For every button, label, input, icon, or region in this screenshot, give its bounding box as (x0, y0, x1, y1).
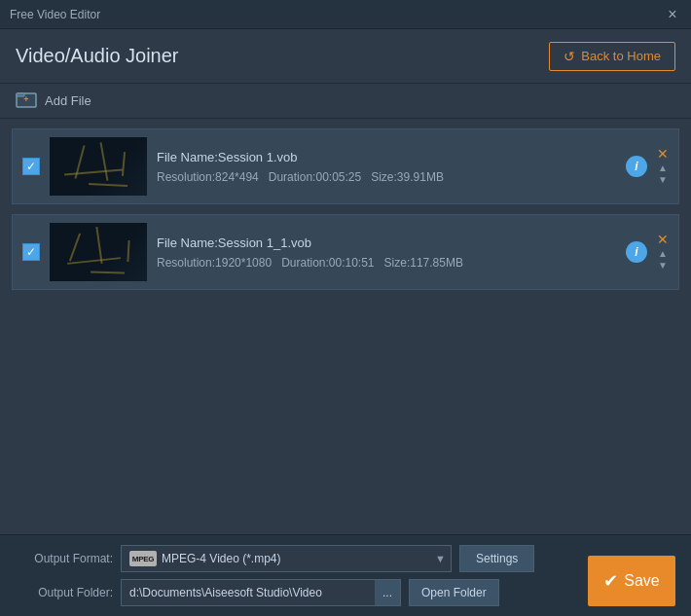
mpeg-badge: MPEG (129, 551, 157, 566)
file-actions-2: ✕ ▲ ▼ (657, 233, 669, 272)
file-thumbnail-2 (50, 223, 147, 281)
output-format-label: Output Format: (16, 552, 113, 565)
file-info-1: File Name:Session 1.vob Resolution:824*4… (157, 150, 616, 184)
format-value: MPEG-4 Video (*.mp4) (162, 552, 281, 565)
folder-browse-button[interactable]: ... (375, 579, 401, 606)
back-icon: ↺ (564, 49, 575, 64)
move-up-button-2[interactable]: ▲ (658, 248, 668, 260)
file-item-2: ✓ File Name:Session 1_1.vob Resolution:1… (12, 214, 679, 290)
move-down-button-1[interactable]: ▼ (658, 174, 668, 186)
file-item-1: ✓ File Name:Session 1.vob Resolution:824… (12, 128, 679, 204)
info-button-2[interactable]: i (626, 241, 647, 263)
save-label: Save (624, 572, 659, 590)
page-title: Video/Audio Joiner (16, 45, 179, 67)
info-button-1[interactable]: i (626, 156, 647, 177)
file-checkbox-1[interactable]: ✓ (22, 158, 40, 175)
file-list: ✓ File Name:Session 1.vob Resolution:824… (0, 119, 691, 534)
file-name-2: File Name:Session 1_1.vob (157, 236, 616, 250)
header: Video/Audio Joiner ↺ Back to Home (0, 29, 691, 84)
output-folder-label: Output Folder: (16, 586, 113, 599)
remove-button-2[interactable]: ✕ (657, 233, 669, 246)
bottom-bar: Output Format: MPEG MPEG-4 Video (*.mp4)… (0, 534, 691, 616)
save-button[interactable]: ✔ Save (588, 556, 675, 606)
title-bar: Free Video Editor × (0, 0, 691, 29)
bottom-wrapper: Output Format: MPEG MPEG-4 Video (*.mp4)… (0, 534, 691, 616)
settings-button[interactable]: Settings (459, 545, 534, 572)
add-file-bar: + Add File (0, 84, 691, 119)
output-folder-row: Output Folder: ... Open Folder (16, 579, 675, 606)
output-format-row: Output Format: MPEG MPEG-4 Video (*.mp4)… (16, 545, 675, 572)
file-actions-1: ✕ ▲ ▼ (657, 147, 669, 186)
file-thumbnail-1 (50, 137, 147, 196)
folder-path-input[interactable] (121, 579, 401, 606)
file-checkbox-2[interactable]: ✓ (22, 243, 40, 261)
add-file-icon: + (16, 91, 37, 111)
format-select-display[interactable]: MPEG MPEG-4 Video (*.mp4) (121, 545, 452, 572)
file-name-1: File Name:Session 1.vob (157, 150, 616, 164)
svg-text:+: + (23, 94, 28, 104)
format-select-wrapper: MPEG MPEG-4 Video (*.mp4) ▼ (121, 545, 452, 572)
move-down-button-2[interactable]: ▼ (658, 260, 668, 272)
move-up-button-1[interactable]: ▲ (658, 163, 668, 174)
save-check-icon: ✔ (603, 570, 618, 592)
remove-button-1[interactable]: ✕ (657, 147, 669, 161)
back-to-home-button[interactable]: ↺ Back to Home (549, 42, 675, 71)
file-info-2: File Name:Session 1_1.vob Resolution:192… (157, 236, 616, 270)
folder-input-wrapper: ... (121, 579, 401, 606)
file-meta-1: Resolution:824*494 Duration:00:05:25 Siz… (157, 170, 616, 184)
file-meta-2: Resolution:1920*1080 Duration:00:10:51 S… (157, 256, 616, 270)
add-file-label[interactable]: Add File (45, 93, 91, 108)
close-button[interactable]: × (664, 6, 681, 23)
back-to-home-label: Back to Home (581, 49, 661, 63)
app-title: Free Video Editor (10, 8, 100, 21)
open-folder-button[interactable]: Open Folder (409, 579, 499, 606)
